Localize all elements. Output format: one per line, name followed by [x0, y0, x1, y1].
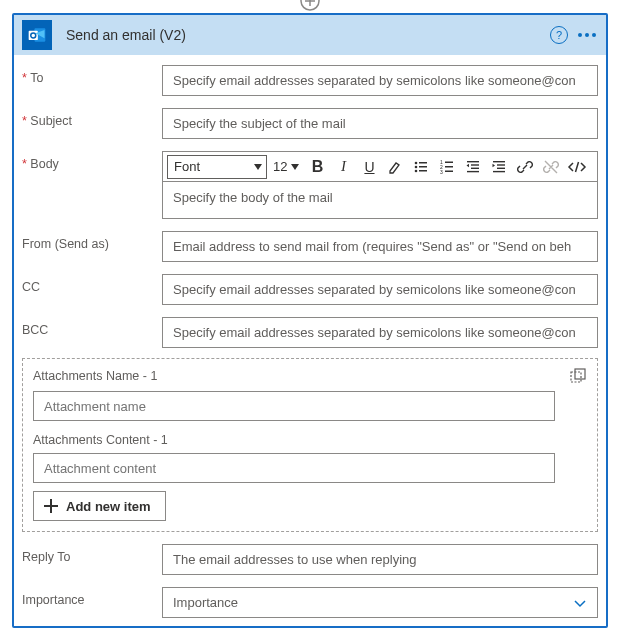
font-size-label: 12	[273, 159, 287, 174]
svg-text:3: 3	[440, 169, 443, 175]
font-size-select[interactable]: 12	[269, 159, 303, 174]
action-card-send-email: Send an email (V2) ? To Subject Body Fo	[12, 13, 608, 628]
code-view-button[interactable]	[565, 155, 589, 179]
from-label: From (Send as)	[22, 231, 162, 251]
svg-rect-8	[419, 166, 427, 168]
add-new-item-button[interactable]: Add new item	[33, 491, 166, 521]
svg-text:1: 1	[440, 159, 443, 165]
svg-rect-18	[471, 167, 479, 168]
attachment-name-input[interactable]	[33, 391, 555, 421]
font-select[interactable]: Font	[167, 155, 267, 179]
plus-icon	[44, 499, 58, 513]
bcc-label: BCC	[22, 317, 162, 337]
highlight-button[interactable]	[383, 155, 407, 179]
svg-rect-15	[445, 170, 453, 172]
underline-button[interactable]: U	[357, 155, 381, 179]
svg-point-6	[415, 169, 418, 172]
outlook-icon	[22, 20, 52, 50]
chevron-down-icon	[291, 164, 299, 170]
svg-rect-9	[419, 170, 427, 172]
bcc-input[interactable]	[162, 317, 598, 348]
svg-text:2: 2	[440, 164, 443, 170]
subject-input[interactable]	[162, 108, 598, 139]
switch-mode-icon[interactable]	[569, 367, 587, 385]
attachment-content-input[interactable]	[33, 453, 555, 483]
bullet-list-button[interactable]	[409, 155, 433, 179]
insert-step-icon[interactable]	[299, 0, 321, 12]
cc-input[interactable]	[162, 274, 598, 305]
font-select-label: Font	[174, 159, 200, 174]
importance-select[interactable]: Importance	[162, 587, 598, 618]
svg-rect-22	[497, 167, 505, 168]
importance-label: Importance	[22, 587, 162, 607]
svg-rect-23	[493, 170, 505, 171]
svg-rect-17	[471, 164, 479, 165]
attachments-group: Attachments Name - 1 Attachments Content…	[22, 358, 598, 532]
importance-placeholder: Importance	[173, 595, 238, 610]
svg-rect-24	[571, 372, 581, 382]
unlink-button[interactable]	[539, 155, 563, 179]
editor-toolbar: Font 12 B I U	[163, 152, 597, 182]
body-textarea[interactable]: Specify the body of the mail	[163, 182, 597, 218]
chevron-down-icon	[573, 596, 587, 610]
from-input[interactable]	[162, 231, 598, 262]
svg-rect-20	[493, 161, 505, 162]
svg-rect-16	[467, 161, 479, 162]
card-title: Send an email (V2)	[66, 27, 550, 43]
body-label: Body	[22, 151, 162, 171]
svg-rect-7	[419, 162, 427, 164]
replyto-label: Reply To	[22, 544, 162, 564]
svg-rect-14	[445, 166, 453, 168]
number-list-button[interactable]: 123	[435, 155, 459, 179]
svg-rect-13	[445, 161, 453, 163]
attachments-name-label: Attachments Name - 1	[33, 369, 157, 383]
replyto-input[interactable]	[162, 544, 598, 575]
more-menu-icon[interactable]	[578, 33, 596, 37]
to-label: To	[22, 65, 162, 85]
svg-point-5	[415, 165, 418, 168]
link-button[interactable]	[513, 155, 537, 179]
svg-rect-19	[467, 170, 479, 171]
italic-button[interactable]: I	[331, 155, 355, 179]
subject-label: Subject	[22, 108, 162, 128]
body-editor: Font 12 B I U	[162, 151, 598, 219]
chevron-down-icon	[254, 164, 262, 170]
to-input[interactable]	[162, 65, 598, 96]
svg-rect-25	[575, 369, 585, 379]
indent-button[interactable]	[487, 155, 511, 179]
attachments-content-label: Attachments Content - 1	[33, 433, 587, 447]
bold-button[interactable]: B	[305, 155, 329, 179]
help-icon[interactable]: ?	[550, 26, 568, 44]
add-new-item-label: Add new item	[66, 499, 151, 514]
cc-label: CC	[22, 274, 162, 294]
svg-rect-21	[497, 164, 505, 165]
card-header: Send an email (V2) ?	[14, 15, 606, 55]
outdent-button[interactable]	[461, 155, 485, 179]
svg-point-4	[415, 161, 418, 164]
